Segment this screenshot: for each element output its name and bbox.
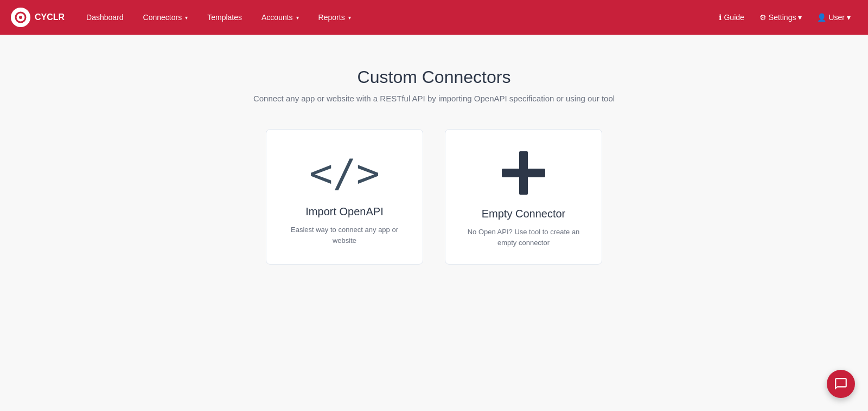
plus-icon-container — [502, 151, 545, 195]
info-icon: ℹ — [719, 13, 722, 22]
accounts-chevron-icon: ▾ — [296, 15, 299, 21]
settings-chevron-icon: ▾ — [798, 13, 802, 22]
empty-connector-title: Empty Connector — [482, 208, 566, 220]
empty-connector-card[interactable]: Empty Connector No Open API? Use tool to… — [445, 129, 602, 265]
connectors-chevron-icon: ▾ — [185, 15, 188, 21]
nav-user[interactable]: 👤 User ▾ — [810, 0, 857, 35]
brand-logo-area[interactable]: CYCLR — [11, 8, 65, 27]
nav-reports[interactable]: Reports ▾ — [310, 0, 360, 35]
brand-name: CYCLR — [35, 12, 65, 22]
page-subtitle: Connect any app or website with a RESTfu… — [253, 94, 615, 103]
nav-guide[interactable]: ℹ Guide — [712, 0, 750, 35]
nav-connectors[interactable]: Connectors ▾ — [135, 0, 197, 35]
chat-icon — [834, 377, 848, 391]
chat-bubble-button[interactable] — [827, 370, 855, 398]
nav-dashboard[interactable]: Dashboard — [78, 0, 132, 35]
nav-links: Dashboard Connectors ▾ Templates Account… — [78, 0, 712, 35]
empty-connector-description: No Open API? Use tool to create an empty… — [462, 227, 585, 248]
cards-container: </> Import OpenAPI Easiest way to connec… — [266, 129, 602, 265]
import-openapi-description: Easiest way to connect any app or websit… — [283, 224, 406, 246]
code-icon: </> — [309, 153, 380, 192]
user-icon: 👤 — [817, 13, 826, 22]
nav-right: ℹ Guide ⚙ Settings ▾ 👤 User ▾ — [712, 0, 857, 35]
nav-accounts[interactable]: Accounts ▾ — [253, 0, 308, 35]
main-content: Custom Connectors Connect any app or web… — [0, 35, 868, 286]
nav-templates[interactable]: Templates — [199, 0, 251, 35]
page-title: Custom Connectors — [358, 67, 511, 87]
brand-logo — [11, 8, 30, 27]
navbar: CYCLR Dashboard Connectors ▾ Templates A… — [0, 0, 868, 35]
reports-chevron-icon: ▾ — [348, 15, 351, 21]
import-openapi-title: Import OpenAPI — [305, 206, 383, 218]
gear-icon: ⚙ — [760, 13, 767, 22]
nav-settings[interactable]: ⚙ Settings ▾ — [753, 0, 809, 35]
svg-point-1 — [19, 16, 22, 19]
cyclr-logo-icon — [15, 11, 27, 23]
import-openapi-card[interactable]: </> Import OpenAPI Easiest way to connec… — [266, 129, 423, 265]
user-chevron-icon: ▾ — [847, 13, 851, 22]
